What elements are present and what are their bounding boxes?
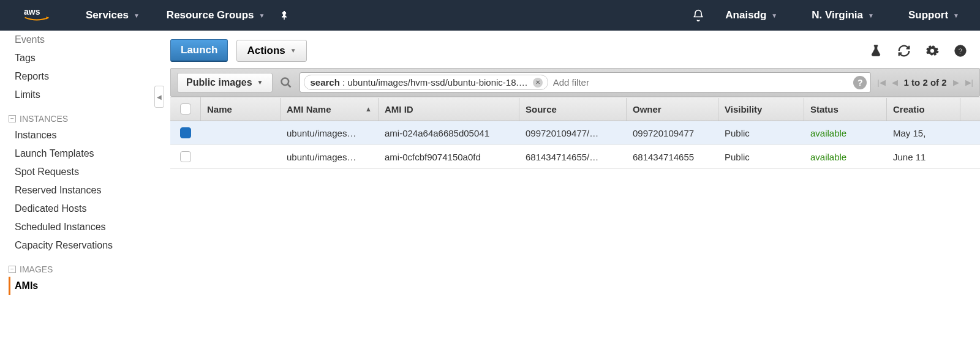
col-status[interactable]: Status bbox=[804, 98, 887, 121]
cell-visibility: Public bbox=[718, 146, 804, 168]
cell-creation: June 11 bbox=[887, 146, 960, 168]
chevron-down-icon: ▼ bbox=[868, 12, 874, 19]
nav-services[interactable]: Services ▼ bbox=[72, 9, 153, 21]
nav-user-label: Anaisdg bbox=[725, 9, 766, 21]
sidebar-section-images-label: IMAGES bbox=[20, 264, 53, 274]
table-row[interactable]: ubuntu/images…ami-0cfcbf9074150a0fd68143… bbox=[170, 145, 980, 169]
remove-filter-icon[interactable]: ✕ bbox=[533, 78, 543, 88]
sidebar-section-images[interactable]: − IMAGES bbox=[9, 262, 159, 277]
chevron-down-icon: ▼ bbox=[134, 12, 140, 19]
nav-support[interactable]: Support ▼ bbox=[895, 9, 973, 21]
sidebar-item-scheduled-instances[interactable]: Scheduled Instances bbox=[9, 218, 159, 236]
help-icon[interactable]: ? bbox=[953, 43, 968, 58]
pager-prev-icon[interactable]: ◀ bbox=[892, 78, 898, 87]
col-creation[interactable]: Creatio bbox=[887, 98, 960, 121]
scope-dropdown[interactable]: Public images ▼ bbox=[177, 73, 273, 92]
gear-icon[interactable] bbox=[925, 43, 940, 58]
chevron-down-icon: ▼ bbox=[290, 47, 296, 54]
sidebar-item-launch-templates[interactable]: Launch Templates bbox=[9, 144, 159, 163]
flask-icon[interactable] bbox=[869, 43, 883, 58]
sidebar-item-spot-requests[interactable]: Spot Requests bbox=[9, 163, 159, 181]
chevron-down-icon: ▼ bbox=[257, 79, 263, 86]
sort-asc-icon: ▲ bbox=[365, 105, 372, 113]
col-ami-id[interactable]: AMI ID bbox=[379, 98, 519, 121]
actions-button[interactable]: Actions ▼ bbox=[236, 40, 306, 62]
scope-dropdown-label: Public images bbox=[186, 77, 252, 88]
sidebar-item-instances[interactable]: Instances bbox=[9, 126, 159, 144]
sidebar-item-limits[interactable]: Limits bbox=[9, 86, 159, 104]
collapse-icon: − bbox=[9, 266, 16, 273]
chevron-down-icon: ▼ bbox=[771, 12, 777, 19]
search-icon bbox=[279, 75, 293, 90]
nav-region-label: N. Virginia bbox=[812, 9, 863, 21]
filter-tag[interactable]: search : ubuntu/images/hvm-ssd/ubuntu-bi… bbox=[304, 75, 548, 90]
launch-button[interactable]: Launch bbox=[170, 39, 228, 62]
nav-services-label: Services bbox=[86, 9, 129, 21]
svg-text:aws: aws bbox=[24, 7, 40, 17]
nav-support-label: Support bbox=[908, 9, 948, 21]
nav-resource-groups-label: Resource Groups bbox=[167, 9, 254, 21]
col-ami-name[interactable]: AMI Name▲ bbox=[281, 98, 379, 121]
cell-ami-id: ami-024a64a6685d05041 bbox=[379, 122, 519, 144]
cell-name bbox=[201, 127, 281, 139]
svg-line-4 bbox=[287, 84, 290, 87]
row-checkbox[interactable] bbox=[180, 151, 191, 162]
nav-region[interactable]: N. Virginia ▼ bbox=[798, 9, 888, 21]
svg-point-3 bbox=[281, 78, 288, 85]
col-visibility[interactable]: Visibility bbox=[718, 98, 804, 121]
filter-help-icon[interactable]: ? bbox=[853, 76, 867, 89]
aws-logo[interactable]: aws bbox=[18, 6, 55, 25]
filter-tag-value: ubuntu/images/hvm-ssd/ubuntu-bionic-18.… bbox=[347, 77, 527, 88]
nav-resource-groups[interactable]: Resource Groups ▼ bbox=[153, 9, 279, 21]
filter-box: search : ubuntu/images/hvm-ssd/ubuntu-bi… bbox=[300, 72, 872, 92]
pager-range: 1 to 2 of 2 bbox=[904, 77, 947, 88]
cell-source: 681434714655/… bbox=[519, 146, 627, 168]
pager-first-icon[interactable]: |◀ bbox=[877, 78, 885, 87]
actions-button-label: Actions bbox=[247, 45, 285, 57]
refresh-icon[interactable] bbox=[897, 43, 911, 58]
nav-user[interactable]: Anaisdg ▼ bbox=[712, 9, 791, 21]
sidebar-item-capacity-reservations[interactable]: Capacity Reservations bbox=[9, 236, 159, 255]
cell-name bbox=[201, 151, 281, 163]
pager-last-icon[interactable]: ▶| bbox=[965, 78, 973, 87]
sidebar-item-amis[interactable]: AMIs bbox=[9, 277, 159, 295]
row-checkbox[interactable] bbox=[180, 127, 191, 138]
cell-ami-name: ubuntu/images… bbox=[281, 146, 379, 168]
filter-bar: Public images ▼ search : ubuntu/images/h… bbox=[170, 68, 980, 97]
bell-icon[interactable] bbox=[692, 9, 704, 21]
sidebar-collapse-handle[interactable]: ◀ bbox=[154, 86, 164, 108]
cell-status: available bbox=[804, 122, 887, 144]
pager: |◀ ◀ 1 to 2 of 2 ▶ ▶| bbox=[877, 77, 973, 88]
cell-status: available bbox=[804, 146, 887, 168]
ami-table: Name AMI Name▲ AMI ID Source Owner Visib… bbox=[170, 97, 980, 169]
sidebar-section-instances[interactable]: − INSTANCES bbox=[9, 111, 159, 126]
chevron-down-icon: ▼ bbox=[953, 12, 959, 19]
sidebar-item-dedicated-hosts[interactable]: Dedicated Hosts bbox=[9, 200, 159, 218]
chevron-down-icon: ▼ bbox=[259, 12, 265, 19]
table-header: Name AMI Name▲ AMI ID Source Owner Visib… bbox=[170, 97, 980, 121]
cell-visibility: Public bbox=[718, 122, 804, 144]
cell-owner: 099720109477 bbox=[627, 122, 718, 144]
pin-icon[interactable] bbox=[278, 9, 290, 21]
col-source[interactable]: Source bbox=[519, 98, 627, 121]
sidebar: ◀ Events Tags Reports Limits − INSTANCES… bbox=[0, 31, 159, 295]
cell-ami-name: ubuntu/images… bbox=[281, 122, 379, 144]
col-name[interactable]: Name bbox=[201, 98, 281, 121]
sidebar-item-reserved-instances[interactable]: Reserved Instances bbox=[9, 181, 159, 200]
filter-tag-key: search bbox=[311, 77, 340, 88]
sidebar-section-instances-label: INSTANCES bbox=[20, 114, 68, 124]
select-all-checkbox[interactable] bbox=[180, 103, 191, 114]
cell-creation: May 15, bbox=[887, 122, 960, 144]
top-nav: aws Services ▼ Resource Groups ▼ Anaisdg… bbox=[0, 0, 980, 31]
main-content: Launch Actions ▼ ? bbox=[159, 31, 980, 295]
filter-input[interactable] bbox=[548, 75, 853, 90]
col-owner[interactable]: Owner bbox=[627, 98, 718, 121]
table-row[interactable]: ubuntu/images…ami-024a64a6685d0504109972… bbox=[170, 121, 980, 145]
cell-ami-id: ami-0cfcbf9074150a0fd bbox=[379, 146, 519, 168]
cell-owner: 681434714655 bbox=[627, 146, 718, 168]
sidebar-item-reports[interactable]: Reports bbox=[9, 67, 159, 86]
pager-next-icon[interactable]: ▶ bbox=[953, 78, 959, 87]
sidebar-item-tags[interactable]: Tags bbox=[9, 49, 159, 67]
sidebar-item-events[interactable]: Events bbox=[9, 31, 159, 49]
cell-source: 099720109477/… bbox=[519, 122, 627, 144]
